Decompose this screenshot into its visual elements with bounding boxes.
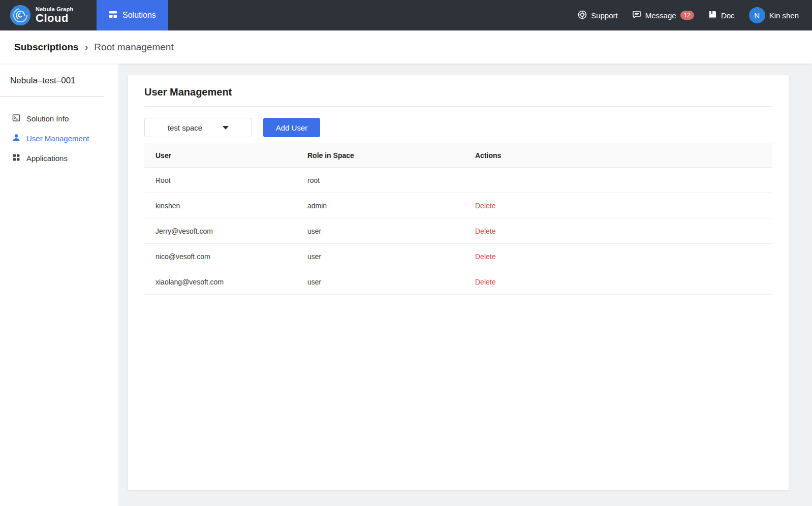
cell-user: Root: [144, 176, 296, 184]
doc-icon: [708, 10, 717, 21]
chevron-down-icon: [223, 126, 229, 130]
sidebar-item-label: User Management: [26, 134, 89, 143]
sidebar-item-applications[interactable]: Applications: [0, 148, 118, 168]
support-label: Support: [591, 11, 618, 20]
support-menu-item[interactable]: Support: [578, 10, 618, 21]
message-count-badge: 12: [680, 11, 694, 20]
table-row: nico@vesoft.com user Delete: [144, 244, 772, 269]
column-header-role: Role in Space: [296, 151, 464, 160]
breadcrumb: Subscriptions › Root management: [0, 30, 812, 64]
cell-role: user: [296, 227, 464, 235]
sidebar-item-label: Solution Info: [26, 114, 69, 123]
applications-grid-icon: [12, 153, 20, 163]
nebula-logo-icon: [10, 5, 30, 25]
nav-tab-solutions[interactable]: Solutions: [97, 0, 168, 30]
breadcrumb-subscriptions[interactable]: Subscriptions: [14, 42, 79, 53]
cell-user: kinshen: [144, 202, 296, 210]
user-avatar: N: [749, 7, 765, 23]
sidebar-item-user-management[interactable]: User Management: [0, 129, 118, 148]
message-menu-item[interactable]: Message 12: [632, 10, 694, 21]
cell-role: user: [296, 278, 464, 286]
table-row: kinshen admin Delete: [144, 193, 772, 218]
cell-user: Jerry@vesoft.com: [144, 227, 296, 235]
message-label: Message: [645, 11, 676, 20]
main-content: User Management test space Add User User…: [118, 64, 812, 506]
page-title: User Management: [144, 86, 772, 107]
sidebar-item-solution-info[interactable]: Solution Info: [0, 109, 118, 129]
table-header-row: User Role in Space Actions: [144, 143, 772, 168]
support-icon: [578, 10, 587, 21]
solutions-grid-icon: [109, 10, 117, 21]
doc-menu-item[interactable]: Doc: [708, 10, 735, 21]
sidebar: Nebula–test–001 Solution Info: [0, 64, 118, 506]
sidebar-menu: Solution Info User Management: [0, 109, 118, 168]
doc-label: Doc: [721, 11, 735, 20]
space-select-dropdown[interactable]: test space: [144, 118, 252, 137]
cell-role: root: [296, 176, 464, 184]
table-row: xiaolang@vesoft.com user Delete: [144, 269, 772, 295]
delete-link[interactable]: Delete: [475, 202, 495, 210]
user-management-card: User Management test space Add User User…: [128, 75, 789, 490]
table-row: Root root: [144, 168, 772, 193]
add-user-button[interactable]: Add User: [263, 118, 320, 137]
breadcrumb-current: Root management: [94, 42, 173, 53]
solutions-label: Solutions: [122, 11, 156, 20]
column-header-user: User: [144, 151, 296, 160]
username-label: Kin shen: [769, 11, 799, 20]
column-header-actions: Actions: [464, 151, 772, 160]
logo-text-bottom: Cloud: [36, 12, 74, 24]
solution-name-title: Nebula–test–001: [0, 76, 104, 97]
sidebar-item-label: Applications: [26, 154, 68, 163]
delete-link[interactable]: Delete: [475, 278, 495, 286]
delete-link[interactable]: Delete: [475, 252, 495, 261]
top-navbar: Nebula Graph Cloud Solutions Support: [0, 0, 812, 30]
cell-role: admin: [296, 202, 464, 210]
user-account-menu[interactable]: N Kin shen: [749, 7, 799, 23]
solution-info-icon: [12, 114, 20, 123]
cell-role: user: [296, 252, 464, 261]
user-icon: [12, 134, 20, 143]
message-icon: [632, 10, 641, 21]
table-controls: test space Add User: [144, 118, 772, 137]
logo[interactable]: Nebula Graph Cloud: [0, 5, 97, 25]
table-row: Jerry@vesoft.com user Delete: [144, 218, 772, 244]
cell-user: nico@vesoft.com: [144, 252, 296, 261]
user-table: User Role in Space Actions Root root kin…: [144, 143, 772, 295]
cell-user: xiaolang@vesoft.com: [144, 278, 296, 286]
chevron-right-icon: ›: [85, 41, 88, 53]
space-select-value: test space: [168, 123, 202, 132]
delete-link[interactable]: Delete: [475, 227, 495, 235]
